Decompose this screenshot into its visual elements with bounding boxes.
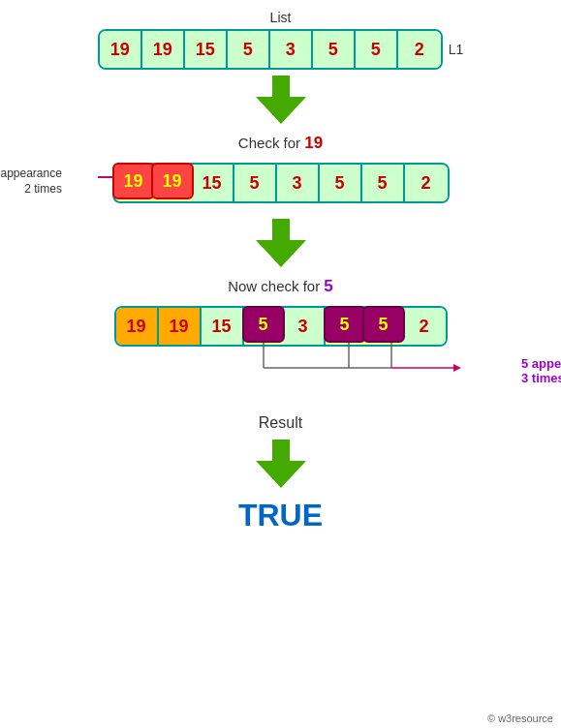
cell-5: 5 xyxy=(313,31,356,68)
step1-cell-0: 19 xyxy=(112,163,155,199)
check-19-text: Check for 19 xyxy=(238,134,323,153)
step1-cell-2: 15 xyxy=(192,165,234,201)
cell-7: 2 xyxy=(398,31,441,68)
step1-cell-7: 2 xyxy=(405,165,448,201)
cell-6: 5 xyxy=(356,31,398,68)
l1-label: L1 xyxy=(449,42,464,57)
step1-list: 19 19 15 5 3 5 5 2 xyxy=(112,163,450,203)
step1-cell-6: 5 xyxy=(362,165,405,201)
arrow-3 xyxy=(256,440,306,488)
result-label: Result xyxy=(259,414,302,432)
step1-cell-4: 3 xyxy=(277,165,320,201)
step2-cell-0: 19 xyxy=(116,308,159,345)
step2-cell-2: 15 xyxy=(202,308,244,345)
step2-cell-7: 2 xyxy=(403,308,446,345)
appear-label: 5 appear3 times xyxy=(521,356,561,385)
svg-marker-5 xyxy=(453,364,461,372)
cell-0: 19 xyxy=(100,31,142,68)
arrow-1 xyxy=(256,76,306,124)
step1-cell-5: 5 xyxy=(320,165,362,201)
step2-cell-4: 3 xyxy=(283,308,326,345)
cell-2: 15 xyxy=(185,31,228,68)
cell-4: 3 xyxy=(270,31,313,68)
cell-3: 5 xyxy=(228,31,270,68)
step1-cell-1: 19 xyxy=(151,163,194,199)
true-label: TRUE xyxy=(238,498,323,533)
cell-1: 19 xyxy=(142,31,185,68)
step2-cell-1: 19 xyxy=(159,308,202,345)
step2-cell-5: 5 xyxy=(324,306,366,343)
step2-cell-3: 5 xyxy=(242,306,285,343)
main-list: 19 19 15 5 3 5 5 2 xyxy=(98,29,443,70)
arrow-2 xyxy=(256,219,306,267)
appearance-label: appearance2 times xyxy=(1,167,62,197)
check-5-text: Now check for 5 xyxy=(228,277,333,296)
main-list-row: 19 19 15 5 3 5 5 2 L1 xyxy=(98,29,464,70)
connector-lines xyxy=(95,341,562,399)
step2-cell-6: 5 xyxy=(362,306,405,343)
watermark: © w3resource xyxy=(487,713,553,724)
list-title: List xyxy=(270,10,292,25)
step1-cell-3: 5 xyxy=(234,165,277,201)
